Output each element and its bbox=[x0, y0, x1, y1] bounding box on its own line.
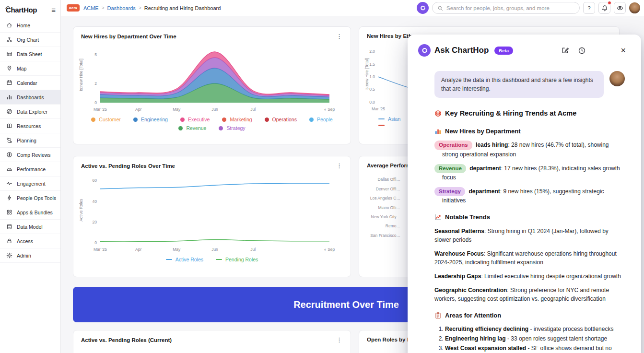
chart-legend: CustomerEngineeringExecutiveMarketingOpe… bbox=[73, 117, 351, 131]
close-panel-button[interactable] bbox=[621, 46, 626, 55]
eye-icon bbox=[617, 5, 623, 12]
legend-item-pending-roles[interactable]: Pending Roles bbox=[216, 257, 258, 262]
svg-text:1.5: 1.5 bbox=[369, 62, 375, 67]
svg-text:Is:new Hire [Total]: Is:new Hire [Total] bbox=[79, 59, 83, 91]
kebab-menu-icon[interactable] bbox=[335, 337, 344, 343]
breadcrumb-separator: > bbox=[139, 5, 141, 11]
sidebar-item-label: Calendar bbox=[17, 80, 37, 86]
trend-item: Geographic Concentration: Strong prefere… bbox=[434, 286, 625, 303]
legend-item-asian[interactable]: Asian bbox=[378, 116, 400, 122]
help-button[interactable]: ? bbox=[583, 2, 595, 14]
legend-item-people[interactable]: People bbox=[309, 117, 333, 122]
svg-text:Jul: Jul bbox=[250, 107, 256, 112]
notifications-button[interactable] bbox=[598, 2, 610, 14]
dept-insight-revenue: Revenue department: 17 new hires (28.3%)… bbox=[434, 164, 625, 182]
user-avatar[interactable] bbox=[629, 2, 640, 13]
svg-text:60: 60 bbox=[93, 178, 97, 183]
sidebar-item-label: Dashboards bbox=[17, 94, 44, 100]
active-vs-pending-roles-chart: 0204060Mar '25AprMayJunJul◐ SepActive Ro… bbox=[73, 172, 351, 255]
legend-item[interactable] bbox=[378, 125, 388, 126]
svg-text:Jun: Jun bbox=[211, 107, 218, 112]
sidebar-collapse-button[interactable] bbox=[51, 6, 56, 13]
sidebar-item-performance[interactable]: Performance bbox=[0, 162, 60, 176]
sidebar-item-engagement[interactable]: Engagement bbox=[0, 176, 60, 191]
comp-reviews-icon bbox=[6, 152, 12, 158]
attention-item: Recruiting efficiency declining - invest… bbox=[445, 325, 625, 333]
kebab-menu-icon[interactable] bbox=[335, 163, 344, 169]
card-title: Open Roles by F bbox=[367, 337, 410, 342]
legend-item-strategy[interactable]: Strategy bbox=[219, 125, 245, 131]
sidebar-nav: HomeOrg ChartData SheetMapCalendarDashbo… bbox=[0, 18, 60, 263]
sidebar-item-home[interactable]: Home bbox=[0, 18, 60, 33]
svg-text:20: 20 bbox=[93, 220, 97, 224]
kebab-menu-icon[interactable] bbox=[335, 33, 344, 39]
legend-item-engineering[interactable]: Engineering bbox=[133, 117, 168, 122]
sidebar-item-resources[interactable]: Resources bbox=[0, 119, 60, 133]
user-avatar bbox=[609, 71, 625, 86]
target-icon bbox=[434, 110, 442, 117]
sidebar-item-planning[interactable]: Planning bbox=[0, 133, 60, 148]
breadcrumb-recruiting-and-hiring-dashboard: Recruiting and Hiring Dashboard bbox=[144, 5, 221, 11]
sidebar-item-data-sheet[interactable]: Data Sheet bbox=[0, 47, 60, 61]
sidebar-item-label: Comp Reviews bbox=[17, 152, 51, 158]
sidebar-item-data-explorer[interactable]: Data Explorer bbox=[0, 105, 60, 119]
chart-up-icon bbox=[434, 213, 442, 221]
svg-text:40: 40 bbox=[93, 199, 97, 204]
charthop-ai-icon bbox=[420, 5, 426, 12]
sidebar-item-org-chart[interactable]: Org Chart bbox=[0, 33, 60, 47]
history-icon bbox=[578, 47, 586, 55]
card-title: Active vs. Pending Roles (Current) bbox=[81, 337, 172, 343]
sidebar-item-label: People Ops Tools bbox=[17, 195, 56, 201]
search-input[interactable] bbox=[446, 5, 574, 11]
ask-panel-header: Ask ChartHop Beta bbox=[408, 35, 641, 60]
card-title: Average Perform bbox=[367, 163, 411, 168]
topbar-actions: ? bbox=[417, 2, 640, 14]
trends-section-heading: Notable Trends bbox=[434, 212, 625, 222]
legend-item-operations[interactable]: Operations bbox=[265, 117, 297, 122]
sidebar-item-map[interactable]: Map bbox=[0, 61, 60, 76]
ask-panel-title: Ask ChartHop bbox=[434, 46, 489, 55]
org-logo[interactable]: acm bbox=[67, 4, 80, 12]
sidebar-item-comp-reviews[interactable]: Comp Reviews bbox=[0, 148, 60, 162]
sidebar-item-apps-bundles[interactable]: Apps & Bundles bbox=[0, 205, 60, 220]
sidebar-item-label: Access bbox=[17, 238, 33, 244]
svg-text:Is:new Hire [Total]: Is:new Hire [Total] bbox=[364, 58, 369, 91]
insights-main-heading: Key Recruiting & Hiring Trends at Acme bbox=[434, 108, 625, 119]
svg-text:Dallas Offi…: Dallas Offi… bbox=[377, 177, 400, 182]
sidebar-item-label: Apps & Bundles bbox=[17, 210, 53, 215]
sidebar-item-dashboards[interactable]: Dashboards bbox=[0, 90, 60, 105]
sidebar-item-people-ops-tools[interactable]: People Ops Tools bbox=[0, 191, 60, 205]
svg-text:0: 0 bbox=[94, 240, 97, 245]
legend-item-active-roles[interactable]: Active Roles bbox=[166, 257, 203, 262]
sidebar-item-label: Engagement bbox=[17, 181, 46, 187]
svg-text:Los Angeles C…: Los Angeles C… bbox=[370, 196, 400, 200]
sidebar-item-admin[interactable]: Admin bbox=[0, 248, 60, 263]
legend-item-revenue[interactable]: Revenue bbox=[178, 125, 206, 131]
card-active-vs-pending-roles: Active vs. Pending Roles Over Time 02040… bbox=[73, 156, 351, 277]
sidebar-item-calendar[interactable]: Calendar bbox=[0, 76, 60, 90]
ask-charthop-panel: Ask ChartHop Beta Analyze the data in th… bbox=[408, 35, 641, 353]
sidebar-item-access[interactable]: Access bbox=[0, 234, 60, 248]
legend-item-marketing[interactable]: Marketing bbox=[222, 117, 252, 122]
banner-title: Recruitment Over Time bbox=[293, 299, 399, 310]
breadcrumb-dashboards[interactable]: Dashboards bbox=[107, 5, 136, 11]
legend-item-customer[interactable]: Customer bbox=[91, 117, 121, 122]
svg-text:◐ Sep: ◐ Sep bbox=[324, 247, 335, 252]
sidebar-item-data-model[interactable]: Data Model bbox=[0, 220, 60, 234]
user-message-row: Analyze the data in this dashboard and s… bbox=[434, 71, 625, 98]
breadcrumb-separator: > bbox=[102, 5, 105, 11]
card-active-vs-pending-current: Active vs. Pending Roles (Current) bbox=[73, 330, 351, 353]
ask-charthop-ai-button[interactable] bbox=[417, 2, 429, 14]
legend-item-executive[interactable]: Executive bbox=[180, 117, 210, 122]
new-chat-button[interactable] bbox=[561, 47, 569, 55]
svg-text:Jul: Jul bbox=[250, 247, 256, 252]
sidebar-item-label: Org Chart bbox=[17, 37, 39, 43]
charthop-ai-icon bbox=[421, 47, 428, 54]
breadcrumb-acme[interactable]: ACME bbox=[83, 5, 99, 11]
planning-icon bbox=[6, 137, 12, 143]
history-button[interactable] bbox=[578, 47, 586, 55]
charthop-logo: ChartHop bbox=[6, 6, 37, 14]
global-search[interactable] bbox=[432, 2, 580, 14]
view-as-button[interactable] bbox=[614, 2, 626, 14]
svg-text:Denver Offi…: Denver Offi… bbox=[376, 187, 400, 191]
